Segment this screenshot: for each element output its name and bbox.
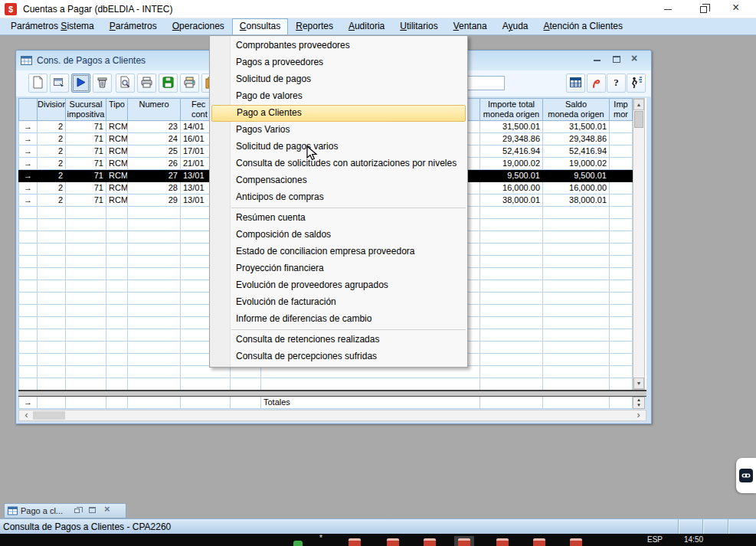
table-cell-numero[interactable]: 28 <box>128 182 181 195</box>
table-cell-sucursal[interactable]: 71 <box>66 170 106 182</box>
table-cell-tipo[interactable]: RCM <box>106 133 128 145</box>
table-cell-imp2[interactable] <box>610 133 633 145</box>
table-cell-saldo[interactable]: 31,500.01 <box>543 121 610 133</box>
table-cell-sel[interactable]: → <box>18 133 38 145</box>
table-cell-saldo[interactable]: 16,000.00 <box>543 182 610 195</box>
child-maximize-button[interactable] <box>610 54 623 66</box>
table-cell-division[interactable]: 2 <box>38 158 66 170</box>
menu-parametros-sistema[interactable]: Parámetros Sistema <box>3 18 102 34</box>
menu-item-evolucion-de-proveedores-agrupados[interactable]: Evolución de proveedores agrupados <box>210 277 467 294</box>
table-cell-division[interactable]: 2 <box>38 195 66 207</box>
table-cell-numero[interactable]: 23 <box>128 121 181 133</box>
run-button[interactable] <box>71 74 90 93</box>
menu-item-solicitud-de-pagos[interactable]: Solicitud de pagos <box>210 71 467 88</box>
print-setup-button[interactable] <box>180 74 199 93</box>
taskbar-app-icon[interactable] <box>349 538 361 546</box>
scroll-up-icon[interactable]: ▲ <box>633 99 644 110</box>
menu-item-informe-de-diferencias-de-cambio[interactable]: Informe de diferencias de cambio <box>210 311 467 328</box>
preview-button[interactable] <box>116 74 135 93</box>
taskbar-app-icon[interactable] <box>533 538 545 546</box>
taskbar-app-icon[interactable] <box>570 538 582 546</box>
taskbar-app-icon[interactable] <box>424 538 436 546</box>
table-cell-numero[interactable]: 29 <box>128 195 181 207</box>
totals-spinner[interactable]: ▲▼ <box>633 397 645 409</box>
table-cell-sucursal[interactable]: 71 <box>66 133 106 145</box>
table-cell-sucursal[interactable]: 71 <box>66 158 106 170</box>
grid-button[interactable] <box>566 74 585 93</box>
menu-parametros[interactable]: Parámetros <box>102 18 165 34</box>
menu-item-consulta-de-percepciones-sufridas[interactable]: Consulta de percepciones sufridas <box>210 348 467 365</box>
menu-item-pago-a-clientes[interactable]: Pago a Clientes <box>211 105 466 122</box>
save-button[interactable] <box>159 74 178 93</box>
taskbar-app-icon[interactable]: * <box>319 534 322 546</box>
help-button[interactable]: ? <box>607 74 626 93</box>
menu-item-composicion-de-saldos[interactable]: Composición de saldos <box>210 227 467 244</box>
taskbar-app-icon[interactable] <box>496 538 509 546</box>
table-cell-saldo[interactable]: 9,500.01 <box>543 170 610 182</box>
print-button[interactable] <box>137 74 156 93</box>
table-header-sel[interactable] <box>18 98 38 121</box>
table-cell-division[interactable]: 2 <box>38 182 66 195</box>
table-cell-numero[interactable]: 25 <box>128 145 181 158</box>
menu-item-compensaciones[interactable]: Compensaciones <box>210 172 467 189</box>
menu-auditoria[interactable]: Auditoria <box>341 18 392 34</box>
table-cell-imp2[interactable] <box>610 158 633 170</box>
table-cell-imp2[interactable] <box>610 121 633 133</box>
menu-ventana[interactable]: Ventana <box>446 18 495 34</box>
table-header-division[interactable]: Division <box>38 98 66 121</box>
table-cell-division[interactable]: 2 <box>38 145 66 158</box>
table-cell-tipo[interactable]: RCM <box>106 158 128 170</box>
table-cell-importe[interactable]: 29,348.86 <box>480 133 543 145</box>
table-cell-division[interactable]: 2 <box>38 121 66 133</box>
minimized-restore-button[interactable] <box>72 505 83 516</box>
table-cell-importe[interactable]: 52,416.94 <box>480 145 543 158</box>
remote-assist-tab[interactable] <box>736 458 756 493</box>
table-header-numero[interactable]: Numero <box>128 98 181 121</box>
table-header-saldo[interactable]: Saldomoneda origen <box>543 98 610 121</box>
horizontal-scroll-thumb[interactable] <box>33 411 65 420</box>
properties-button[interactable] <box>50 74 69 93</box>
scroll-left-icon[interactable]: ‹ <box>21 410 32 420</box>
table-cell-imp2[interactable] <box>610 145 633 158</box>
taskbar-app-icon[interactable] <box>293 541 303 546</box>
table-cell-sucursal[interactable]: 71 <box>66 195 106 207</box>
menu-item-estado-de-conciliacion-empresa-proveedora[interactable]: Estado de conciliacion empresa proveedor… <box>210 244 467 260</box>
table-cell-importe[interactable]: 38,000.01 <box>480 195 543 207</box>
vertical-scroll-thumb[interactable] <box>634 111 643 128</box>
taskbar-app-icon[interactable] <box>387 538 399 546</box>
menu-item-pagos-varios[interactable]: Pagos Varios <box>210 122 467 139</box>
menu-item-pagos-a-proveedores[interactable]: Pagos a proveedores <box>210 54 467 71</box>
exit-button[interactable] <box>627 74 646 93</box>
menu-ayuda[interactable]: Ayuda <box>495 18 536 34</box>
taskbar-app-icon[interactable] <box>458 538 470 546</box>
table-cell-sel[interactable]: → <box>18 145 38 158</box>
table-cell-tipo[interactable]: RCM <box>106 145 128 158</box>
table-header-imp2[interactable]: Impmor <box>610 98 633 121</box>
table-cell-tipo[interactable]: RCM <box>106 170 128 182</box>
table-cell-imp2[interactable] <box>610 170 633 182</box>
language-indicator[interactable]: ESP <box>647 535 663 544</box>
menu-operaciones[interactable]: Operaciones <box>165 18 232 34</box>
table-cell-sucursal[interactable]: 71 <box>66 145 106 158</box>
child-minimize-button[interactable] <box>591 54 604 66</box>
table-cell-sel[interactable]: → <box>18 182 38 195</box>
table-cell-sel[interactable]: → <box>18 121 38 133</box>
table-cell-tipo[interactable]: RCM <box>106 182 128 195</box>
close-button[interactable]: × <box>721 0 756 18</box>
curve-button[interactable] <box>587 74 606 93</box>
table-header-importe[interactable]: Importe totalmoneda origen <box>480 98 543 121</box>
menu-item-proyeccion-financiera[interactable]: Proyección financiera <box>210 260 467 277</box>
table-cell-sel[interactable]: → <box>18 170 38 182</box>
table-cell-importe[interactable]: 16,000.00 <box>480 182 543 195</box>
new-document-button[interactable] <box>28 74 47 93</box>
table-cell-tipo[interactable]: RCM <box>106 121 128 133</box>
delete-button[interactable] <box>93 74 112 93</box>
table-cell-importe[interactable]: 9,500.01 <box>480 170 543 182</box>
minimized-close-button[interactable]: × <box>103 505 114 516</box>
vertical-scrollbar[interactable]: ▲ ▼ <box>633 98 645 390</box>
child-close-button[interactable]: × <box>630 54 642 66</box>
table-cell-division[interactable]: 2 <box>38 170 66 182</box>
table-cell-saldo[interactable]: 52,416.94 <box>543 145 610 158</box>
scroll-down-icon[interactable]: ▼ <box>633 378 644 389</box>
table-cell-imp2[interactable] <box>610 195 633 207</box>
